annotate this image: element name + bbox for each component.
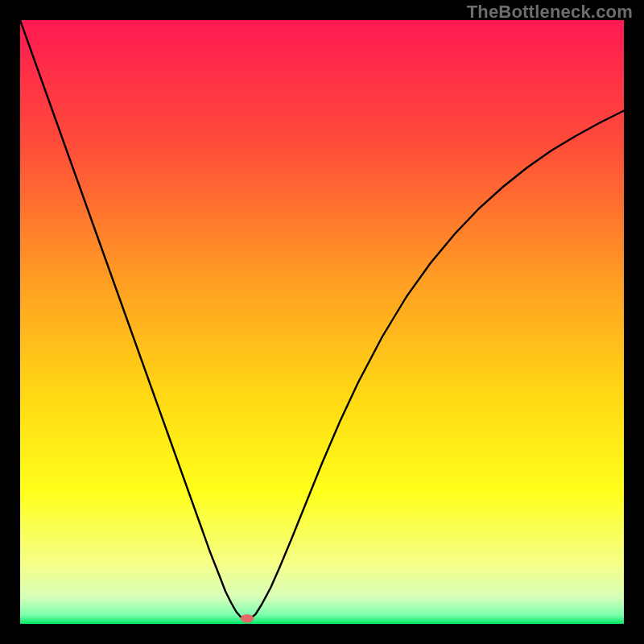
chart-frame: TheBottleneck.com — [0, 0, 644, 644]
chart-svg — [20, 20, 624, 624]
chart-plot-area — [20, 20, 624, 624]
optimal-marker — [241, 614, 254, 623]
chart-background — [20, 20, 624, 624]
